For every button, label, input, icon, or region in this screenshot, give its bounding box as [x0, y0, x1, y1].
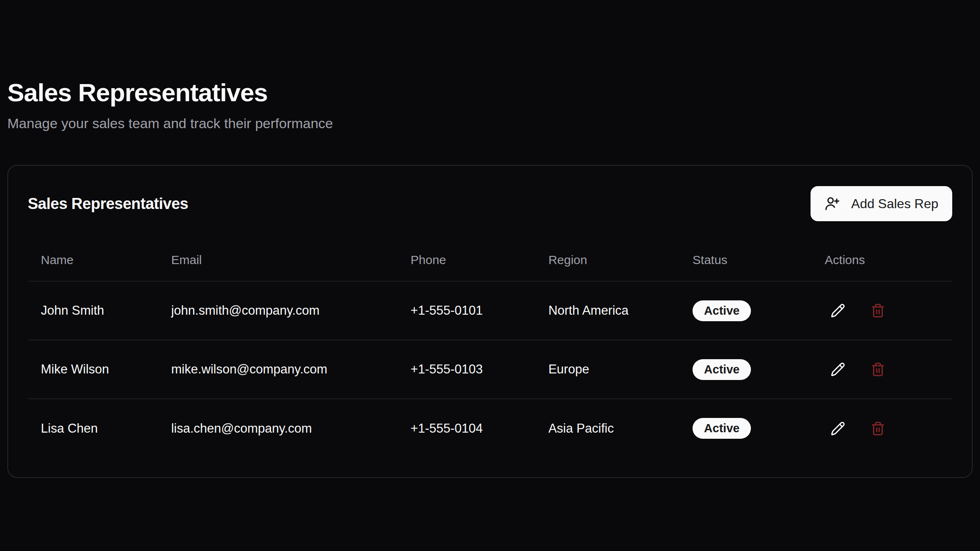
sales-reps-table: Name Email Phone Region Status Actions J…: [28, 239, 952, 458]
column-header-phone: Phone: [398, 239, 535, 281]
pencil-icon: [831, 362, 845, 377]
rep-phone: +1-555-0104: [398, 399, 535, 458]
rep-region: Asia Pacific: [535, 399, 679, 458]
rep-email: mike.wilson@company.com: [158, 340, 397, 399]
column-header-region: Region: [535, 239, 679, 281]
rep-region: Europe: [535, 340, 679, 399]
edit-button[interactable]: [831, 303, 845, 318]
rep-email: john.smith@company.com: [158, 281, 397, 340]
user-plus-icon: [824, 196, 840, 211]
delete-button[interactable]: [871, 303, 885, 318]
trash-icon: [871, 421, 885, 436]
status-badge: Active: [693, 300, 751, 321]
column-header-status: Status: [679, 239, 812, 281]
rep-region: North America: [535, 281, 679, 340]
trash-icon: [871, 362, 885, 377]
pencil-icon: [831, 421, 845, 436]
table-row: Lisa Chen lisa.chen@company.com +1-555-0…: [28, 399, 952, 458]
delete-button[interactable]: [871, 421, 885, 436]
row-actions: [825, 362, 952, 377]
page-title: Sales Representatives: [7, 0, 973, 108]
row-actions: [825, 303, 952, 318]
card-header: Sales Representatives Add Sales Rep: [28, 166, 952, 221]
status-badge: Active: [693, 359, 751, 380]
rep-name: Lisa Chen: [28, 399, 158, 458]
rep-email: lisa.chen@company.com: [158, 399, 397, 458]
edit-button[interactable]: [831, 362, 845, 377]
rep-phone: +1-555-0101: [398, 281, 535, 340]
sales-reps-card: Sales Representatives Add Sales Rep Name: [7, 165, 973, 478]
page: Sales Representatives Manage your sales …: [0, 0, 980, 478]
delete-button[interactable]: [871, 362, 885, 377]
trash-icon: [871, 303, 885, 318]
edit-button[interactable]: [831, 421, 845, 436]
table-row: John Smith john.smith@company.com +1-555…: [28, 281, 952, 340]
status-badge: Active: [693, 418, 751, 439]
table-header-row: Name Email Phone Region Status Actions: [28, 239, 952, 281]
rep-name: Mike Wilson: [28, 340, 158, 399]
card-title: Sales Representatives: [28, 195, 188, 213]
column-header-name: Name: [28, 239, 158, 281]
row-actions: [825, 421, 952, 436]
table-row: Mike Wilson mike.wilson@company.com +1-5…: [28, 340, 952, 399]
pencil-icon: [831, 303, 845, 318]
rep-name: John Smith: [28, 281, 158, 340]
add-sales-rep-button[interactable]: Add Sales Rep: [811, 186, 952, 221]
column-header-email: Email: [158, 239, 397, 281]
column-header-actions: Actions: [812, 239, 952, 281]
page-subtitle: Manage your sales team and track their p…: [7, 115, 973, 132]
rep-phone: +1-555-0103: [398, 340, 535, 399]
add-sales-rep-label: Add Sales Rep: [851, 196, 938, 211]
